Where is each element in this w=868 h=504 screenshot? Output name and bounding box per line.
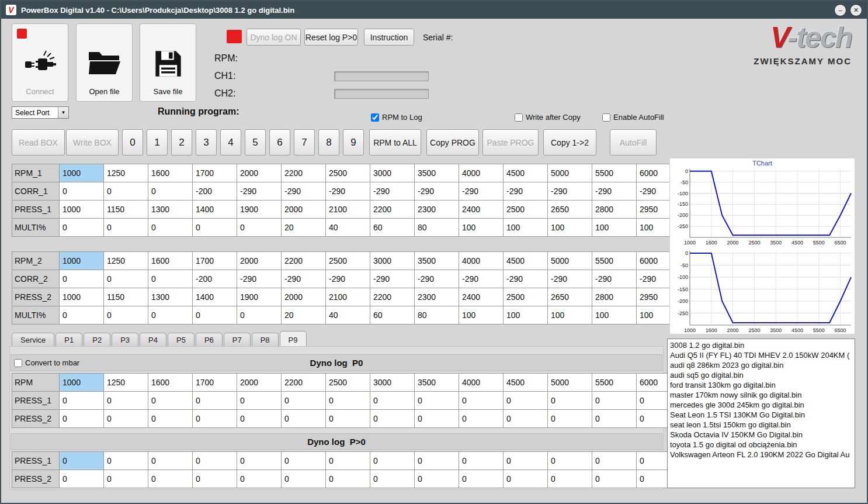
grid-cell[interactable]: 4500 bbox=[504, 252, 548, 270]
grid-cell[interactable]: 2000 bbox=[237, 374, 282, 392]
grid-cell[interactable]: 0 bbox=[60, 182, 104, 201]
grid-cell[interactable]: 0 bbox=[193, 306, 237, 325]
grid-cell[interactable]: 2200 bbox=[370, 288, 415, 306]
grid-cell[interactable]: 1600 bbox=[148, 374, 193, 392]
write-box-button[interactable]: Write BOX bbox=[66, 129, 119, 156]
grid-cell[interactable]: 1700 bbox=[193, 164, 237, 182]
grid-cell[interactable]: 0 bbox=[326, 392, 370, 410]
grid-cell[interactable]: -290 bbox=[415, 270, 459, 288]
grid-cell[interactable]: 1400 bbox=[193, 288, 237, 306]
grid-cell[interactable]: 2200 bbox=[282, 374, 326, 392]
grid-cell[interactable]: 0 bbox=[237, 306, 282, 325]
grid-cell[interactable]: 3000 bbox=[370, 252, 415, 270]
grid-cell[interactable]: 40 bbox=[326, 306, 370, 325]
digit-button-4[interactable]: 4 bbox=[220, 129, 241, 156]
grid-cell[interactable]: 0 bbox=[60, 270, 104, 288]
grid-cell[interactable]: -290 bbox=[282, 270, 326, 288]
grid-cell[interactable]: 0 bbox=[326, 452, 370, 470]
write-after-copy-checkbox[interactable] bbox=[515, 113, 523, 122]
grid-cell[interactable]: -290 bbox=[370, 270, 415, 288]
grid-cell[interactable]: 2500 bbox=[326, 164, 370, 182]
grid-cell[interactable]: 2650 bbox=[548, 288, 592, 306]
grid-cell[interactable]: 0 bbox=[193, 219, 237, 237]
grid-cell[interactable]: -290 bbox=[415, 182, 459, 201]
grid-cell[interactable]: 2200 bbox=[370, 201, 415, 219]
grid-cell[interactable]: 0 bbox=[592, 452, 637, 470]
grid-cell[interactable]: 20 bbox=[282, 306, 326, 325]
file-list-item[interactable]: 3008 1.2 go digital.bin bbox=[668, 340, 855, 350]
rpm-to-log-checkbox[interactable] bbox=[371, 113, 379, 122]
grid-cell[interactable]: 0 bbox=[104, 306, 148, 325]
grid-cell[interactable]: 1000 bbox=[60, 288, 104, 306]
grid-cell[interactable]: 100 bbox=[459, 306, 504, 325]
grid-cell[interactable]: 0 bbox=[282, 392, 326, 410]
minimize-button[interactable]: – bbox=[834, 4, 846, 16]
grid-cell[interactable]: 1250 bbox=[104, 164, 148, 182]
grid-cell[interactable]: 60 bbox=[370, 306, 415, 325]
autofill-button[interactable]: AutoFill bbox=[610, 129, 657, 156]
tab-p2[interactable]: P2 bbox=[84, 333, 110, 347]
grid-cell[interactable]: 0 bbox=[148, 470, 193, 488]
grid-cell[interactable]: 4000 bbox=[459, 374, 504, 392]
grid-cell[interactable]: 0 bbox=[193, 410, 237, 428]
file-list-item[interactable]: mercedes gle 300d 245km go digital.bin bbox=[668, 400, 855, 410]
grid-cell[interactable]: 0 bbox=[592, 470, 637, 488]
grid-cell[interactable]: 0 bbox=[237, 392, 282, 410]
grid-cell[interactable]: 40 bbox=[326, 219, 370, 237]
grid-cell[interactable]: 1000 bbox=[60, 201, 104, 219]
grid-cell[interactable]: 0 bbox=[148, 219, 193, 237]
grid-cell[interactable]: 0 bbox=[459, 470, 504, 488]
file-list-item[interactable]: Seat Leon 1.5 TSI 130KM Go Digital.bin bbox=[668, 410, 855, 420]
grid-cell[interactable]: 0 bbox=[548, 392, 592, 410]
file-list-item[interactable]: seat leon 1.5tsi 150km go digital.bin bbox=[668, 420, 855, 430]
tab-p9[interactable]: P9 bbox=[280, 331, 307, 347]
enable-autofill-checkbox[interactable] bbox=[602, 113, 610, 122]
grid-cell[interactable]: 1000 bbox=[60, 164, 104, 182]
grid-cell[interactable]: 2000 bbox=[237, 164, 282, 182]
grid-cell[interactable]: 2000 bbox=[237, 252, 282, 270]
grid-cell[interactable]: 80 bbox=[415, 306, 459, 325]
grid-cell[interactable]: 1300 bbox=[148, 201, 193, 219]
grid-cell[interactable]: 2200 bbox=[282, 252, 326, 270]
grid-cell[interactable]: 2800 bbox=[592, 201, 637, 219]
grid-cell[interactable]: 2500 bbox=[504, 201, 548, 219]
grid-cell[interactable]: 0 bbox=[104, 270, 148, 288]
open-file-button[interactable]: Open file bbox=[76, 23, 133, 102]
grid-cell[interactable]: 0 bbox=[148, 452, 193, 470]
dyno-log-on-button[interactable]: Dyno log ON bbox=[246, 29, 301, 46]
grid-cell[interactable]: 1250 bbox=[104, 374, 148, 392]
grid-cell[interactable]: 0 bbox=[148, 182, 193, 201]
grid-cell[interactable]: 1900 bbox=[237, 201, 282, 219]
grid-cell[interactable]: 0 bbox=[60, 452, 104, 470]
grid-cell[interactable]: 80 bbox=[415, 219, 459, 237]
grid-cell[interactable]: 0 bbox=[415, 470, 459, 488]
grid-cell[interactable]: 0 bbox=[104, 470, 148, 488]
grid-cell[interactable]: 5000 bbox=[548, 374, 592, 392]
grid-cell[interactable]: 2500 bbox=[504, 288, 548, 306]
grid-cell[interactable]: 0 bbox=[104, 219, 148, 237]
grid-cell[interactable]: 0 bbox=[326, 410, 370, 428]
grid-cell[interactable]: -290 bbox=[237, 270, 282, 288]
grid-cell[interactable]: 100 bbox=[504, 219, 548, 237]
grid-cell[interactable]: 0 bbox=[459, 392, 504, 410]
paste-prog-button[interactable]: Paste PROG bbox=[482, 129, 539, 156]
grid-cell[interactable]: 0 bbox=[148, 392, 193, 410]
grid-cell[interactable]: 3500 bbox=[415, 164, 459, 182]
grid-cell[interactable]: 0 bbox=[326, 470, 370, 488]
grid-cell[interactable]: -290 bbox=[504, 270, 548, 288]
grid-cell[interactable]: 0 bbox=[504, 392, 548, 410]
grid-cell[interactable]: 0 bbox=[282, 452, 326, 470]
grid-cell[interactable]: 4500 bbox=[504, 164, 548, 182]
grid-cell[interactable]: 1400 bbox=[193, 201, 237, 219]
grid-cell[interactable]: 0 bbox=[104, 452, 148, 470]
grid-cell[interactable]: 0 bbox=[148, 270, 193, 288]
rpm-to-all-button[interactable]: RPM to ALL bbox=[369, 129, 421, 156]
read-box-button[interactable]: Read BOX bbox=[12, 129, 65, 156]
grid-cell[interactable]: 100 bbox=[548, 306, 592, 325]
tab-p1[interactable]: P1 bbox=[55, 333, 82, 347]
digit-button-7[interactable]: 7 bbox=[294, 129, 315, 156]
grid-cell[interactable]: 2200 bbox=[282, 164, 326, 182]
grid-cell[interactable]: -290 bbox=[459, 182, 504, 201]
grid-cell[interactable]: -290 bbox=[326, 270, 370, 288]
grid-cell[interactable]: 2300 bbox=[415, 201, 459, 219]
